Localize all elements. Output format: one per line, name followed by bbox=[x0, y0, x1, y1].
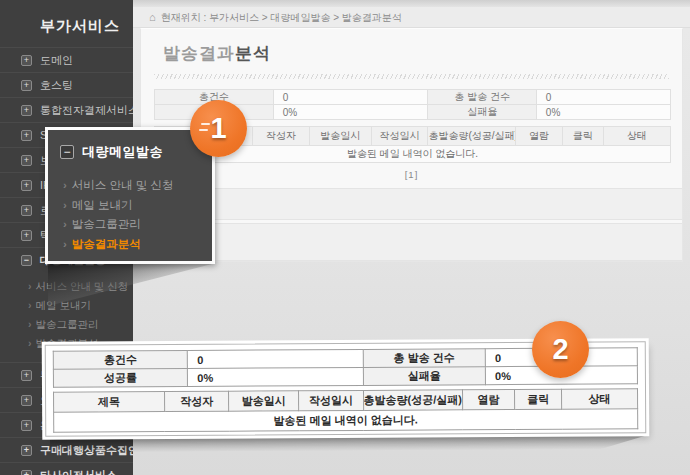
plus-icon: + bbox=[21, 105, 32, 116]
col-header-click: 클릭 bbox=[515, 389, 562, 409]
sidebar-subitem-group-manage[interactable]: ›발송그룹관리 bbox=[0, 315, 133, 334]
arrow-icon: › bbox=[63, 218, 67, 230]
summary-value: 0% bbox=[536, 105, 670, 120]
menu-item-label: 발송결과분석 bbox=[72, 238, 141, 250]
summary-label: 총건수 bbox=[53, 350, 187, 369]
minus-icon: − bbox=[60, 145, 74, 159]
sidebar-title: 부가서비스 bbox=[0, 0, 133, 47]
summary-value: 0% bbox=[188, 367, 363, 386]
arrow-icon: › bbox=[28, 318, 32, 330]
summary-label: 총 발송 건수 bbox=[428, 90, 536, 105]
callout-dashes bbox=[199, 129, 208, 131]
menu-item-label: 서비스 안내 및 신청 bbox=[72, 179, 174, 191]
plus-icon: + bbox=[21, 205, 32, 216]
col-header-status: 상태 bbox=[603, 127, 670, 146]
summary-value: 0 bbox=[273, 90, 428, 105]
callout-menu-header: − 대량메일발송 bbox=[60, 143, 212, 161]
callout-2-badge: 2 bbox=[532, 321, 589, 378]
page-title-light: 발송결과 bbox=[163, 44, 235, 63]
page-title: 발송결과분석 bbox=[163, 42, 682, 65]
arrow-icon: › bbox=[63, 238, 67, 250]
table-empty-row: 발송된 메일 내역이 없습니다. bbox=[54, 409, 638, 433]
sidebar-item-label: 타사이전서비스 bbox=[40, 469, 117, 475]
col-header-open: 열람 bbox=[462, 389, 515, 409]
summary-label: 성공률 bbox=[53, 368, 187, 387]
pagination[interactable]: [1] bbox=[141, 169, 682, 180]
summary-value: 0 bbox=[536, 90, 670, 105]
callout-1-number: 1 bbox=[210, 112, 226, 145]
arrow-icon: › bbox=[63, 179, 67, 191]
summary-label: 실패율 bbox=[363, 367, 486, 386]
col-header-author: 작성자 bbox=[253, 127, 310, 146]
sidebar-item-transfer-service[interactable]: +타사이전서비스 bbox=[0, 462, 133, 475]
callout-menu-item: ›서비스 안내 및 신청 bbox=[63, 176, 212, 196]
callout-1-badge: 1 bbox=[190, 100, 247, 157]
summary-label: 총 발송 건수 bbox=[363, 349, 486, 368]
plus-icon: + bbox=[21, 180, 32, 191]
col-header-senddate: 발송일시 bbox=[229, 391, 299, 411]
sidebar-item-label: 호스팅 bbox=[40, 79, 73, 91]
arrow-icon: › bbox=[63, 199, 67, 211]
plus-icon: + bbox=[21, 230, 32, 241]
col-header-click: 클릭 bbox=[562, 127, 603, 146]
screen: 부가서비스 +도메인 +호스팅 +통합전자결제서비스 +SMS +보안 +IPI… bbox=[0, 0, 690, 475]
callout-menu-item-active: ›발송결과분석 bbox=[63, 235, 212, 255]
callout-menu-panel: − 대량메일발송 ›서비스 안내 및 신청 ›메일 보내기 ›발송그룹관리 ›발… bbox=[45, 127, 215, 264]
top-strip bbox=[133, 0, 690, 7]
hatched-divider bbox=[154, 74, 669, 79]
callout-menu-item: ›메일 보내기 bbox=[63, 196, 212, 216]
sidebar-item-payment[interactable]: +통합전자결제서비스 bbox=[0, 97, 133, 122]
callout-2-number: 2 bbox=[552, 333, 568, 366]
callout-mail-list-table: 제목 작성자 발송일시 작성일시 총발송량(성공/실패) 열람 클릭 상태 발송… bbox=[53, 388, 638, 433]
plus-icon: + bbox=[21, 470, 32, 475]
col-header-writedate: 작성일시 bbox=[299, 390, 363, 410]
breadcrumb: ⌂현재위치 : 부가서비스 > 대량메일발송 > 발송결과분석 bbox=[133, 7, 690, 28]
sidebar-item-domain[interactable]: +도메인 bbox=[0, 47, 133, 72]
menu-item-label: 메일 보내기 bbox=[72, 199, 133, 211]
placeholder-strip-1 bbox=[141, 188, 682, 220]
callout-menu-list: ›서비스 안내 및 신청 ›메일 보내기 ›발송그룹관리 ›발송결과분석 bbox=[63, 176, 212, 254]
col-header-title: 제목 bbox=[54, 392, 165, 413]
arrow-icon: › bbox=[28, 280, 32, 292]
plus-icon: + bbox=[21, 445, 32, 456]
col-header-writedate: 작성일시 bbox=[371, 127, 428, 146]
minus-icon: − bbox=[21, 255, 32, 266]
sidebar-item-label: 도메인 bbox=[40, 54, 73, 66]
arrow-icon: › bbox=[28, 337, 32, 349]
plus-icon: + bbox=[21, 420, 32, 431]
placeholder-strip-2 bbox=[141, 223, 682, 261]
breadcrumb-text: 현재위치 : 부가서비스 > 대량메일발송 > 발송결과분석 bbox=[161, 12, 402, 23]
plus-icon: + bbox=[21, 370, 32, 381]
col-header-author: 작성자 bbox=[164, 391, 228, 411]
plus-icon: + bbox=[21, 155, 32, 166]
col-header-total: 총발송량(성공/실패) bbox=[428, 127, 516, 146]
col-header-status: 상태 bbox=[562, 389, 638, 409]
summary-value: 0 bbox=[188, 349, 363, 368]
submenu-label: 발송그룹관리 bbox=[36, 318, 99, 330]
home-icon: ⌂ bbox=[149, 11, 156, 23]
callout-menu-item: ›발송그룹관리 bbox=[63, 215, 212, 235]
summary-label: 실패율 bbox=[428, 105, 536, 120]
arrow-icon: › bbox=[28, 299, 32, 311]
plus-icon: + bbox=[21, 395, 32, 406]
callout-menu-title: 대량메일발송 bbox=[82, 143, 163, 161]
col-header-open: 열람 bbox=[516, 127, 562, 146]
summary-value: 0% bbox=[273, 105, 428, 120]
sidebar-item-hosting[interactable]: +호스팅 bbox=[0, 72, 133, 97]
page-title-bold: 분석 bbox=[235, 44, 271, 63]
plus-icon: + bbox=[21, 130, 32, 141]
col-header-senddate: 발송일시 bbox=[309, 127, 371, 146]
menu-item-label: 발송그룹관리 bbox=[72, 218, 141, 230]
plus-icon: + bbox=[21, 80, 32, 91]
sidebar-item-label: 통합전자결제서비스 bbox=[40, 104, 133, 116]
plus-icon: + bbox=[21, 55, 32, 66]
col-header-total: 총발송량(성공/실패) bbox=[363, 390, 462, 411]
empty-message: 발송된 메일 내역이 없습니다. bbox=[54, 409, 638, 433]
